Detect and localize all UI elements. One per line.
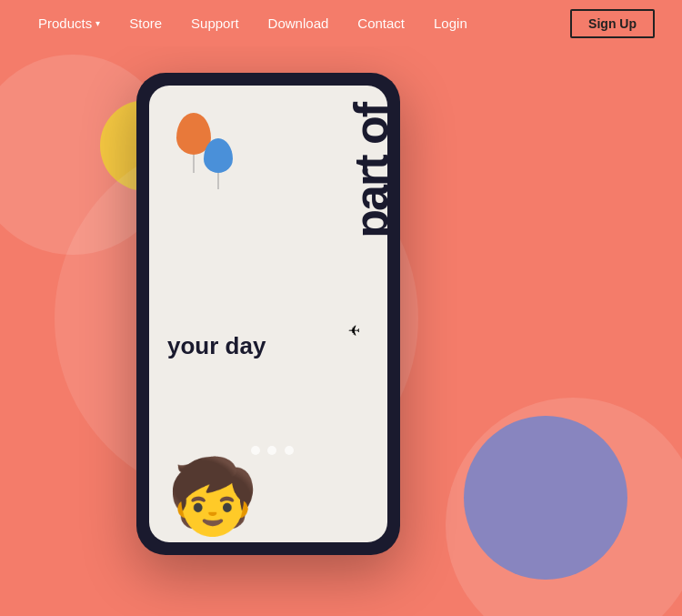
navigation: Products ▾ Store Support Download Contac… xyxy=(0,0,682,46)
nav-download[interactable]: Download xyxy=(257,10,340,36)
airplane-icon: ✈ xyxy=(348,322,360,339)
device-wrapper: part of your day ✈ 🧒 xyxy=(136,73,400,555)
signup-label: Sign Up xyxy=(588,16,637,31)
device-frame: part of your day ✈ 🧒 xyxy=(136,73,400,555)
nav-support-label: Support xyxy=(191,15,239,31)
nav-store[interactable]: Store xyxy=(118,10,173,36)
dot-1 xyxy=(251,446,260,455)
nav-contact[interactable]: Contact xyxy=(346,10,416,36)
vertical-text: part of xyxy=(347,104,387,238)
nav-products[interactable]: Products ▾ xyxy=(27,10,111,36)
nav-login[interactable]: Login xyxy=(423,10,478,36)
nav-items: Products ▾ Store Support Download Contac… xyxy=(27,10,570,36)
nav-download-label: Download xyxy=(268,15,329,31)
nav-login-label: Login xyxy=(434,15,467,31)
bg-circle-bottom-right xyxy=(446,398,682,616)
balloon-blue xyxy=(204,138,233,173)
device-screen: part of your day ✈ 🧒 xyxy=(149,86,387,542)
bg-circle-mid-right xyxy=(464,416,627,580)
chevron-down-icon: ▾ xyxy=(95,18,100,28)
nav-contact-label: Contact xyxy=(357,15,405,31)
character-illustration: 🧒 xyxy=(167,460,258,533)
nav-store-label: Store xyxy=(129,15,162,31)
signup-button[interactable]: Sign Up xyxy=(570,9,655,38)
nav-support[interactable]: Support xyxy=(180,10,250,36)
dot-3 xyxy=(285,446,294,455)
nav-products-label: Products xyxy=(38,15,92,31)
your-day-text: your day xyxy=(167,332,266,360)
dot-2 xyxy=(267,446,276,455)
